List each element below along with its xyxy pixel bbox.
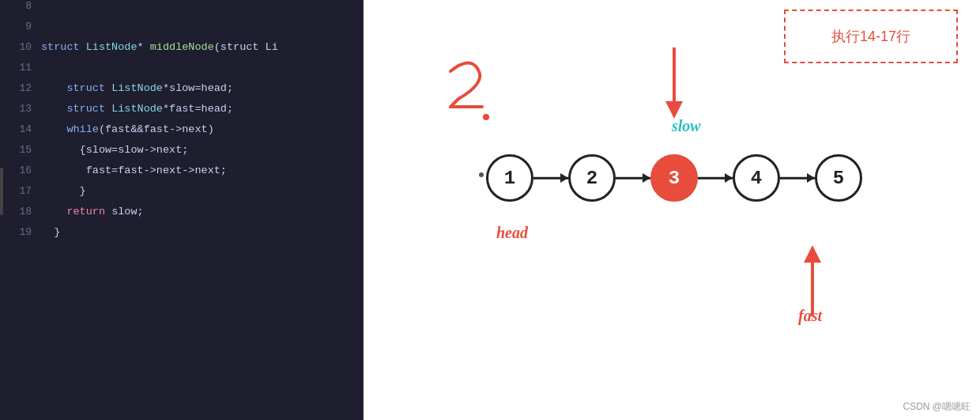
- node-5: 5: [815, 154, 862, 202]
- diagram-panel: 执行14-17行 slow 1 2 3 4 5: [364, 0, 980, 420]
- line-number: 18: [6, 206, 32, 218]
- code-content: struct ListNode* middleNode(struct Li: [41, 41, 278, 53]
- handwritten-2-svg: [435, 47, 498, 127]
- head-label: head: [496, 224, 528, 242]
- code-content: fast=fast->next->next;: [41, 165, 227, 176]
- node-4: 4: [733, 154, 780, 202]
- line-number: 11: [6, 62, 32, 74]
- line-number: 8: [6, 0, 32, 12]
- code-content: }: [41, 185, 86, 197]
- code-line-12: 12 struct ListNode*slow=head;: [0, 82, 363, 103]
- slow-arrow: [654, 47, 694, 123]
- line-number: 9: [6, 21, 32, 32]
- slow-label: slow: [672, 117, 701, 135]
- code-line-17: 17 }: [0, 185, 363, 206]
- svg-marker-3: [804, 245, 821, 263]
- handwritten-2-label: [435, 47, 498, 131]
- code-panel: 8 9 10 struct ListNode* middleNode(struc…: [0, 0, 364, 420]
- code-line-9: 9: [0, 21, 363, 41]
- node-1: 1: [486, 154, 533, 202]
- code-line-15: 15 {slow=slow->next;: [0, 144, 363, 165]
- line-number: 15: [6, 144, 32, 156]
- code-line-14: 14 while(fast&&fast->next): [0, 123, 363, 144]
- line-number: 13: [6, 103, 32, 115]
- code-content: return slow;: [41, 206, 144, 218]
- svg-marker-2: [665, 101, 683, 119]
- code-content: }: [41, 226, 60, 238]
- node-2: 2: [568, 154, 616, 202]
- dot-marker: [479, 172, 484, 177]
- fast-label: fast: [798, 307, 822, 325]
- arrow-1-2: [533, 170, 568, 186]
- arrow-4-5: [780, 170, 815, 186]
- node-3: 3: [650, 154, 698, 202]
- code-line-16: 16 fast=fast->next->next;: [0, 165, 363, 185]
- code-line-8: 8: [0, 0, 363, 21]
- code-content: while(fast&&fast->next): [41, 123, 214, 135]
- line-number: 17: [6, 185, 32, 197]
- arrow-3-4: [698, 170, 733, 186]
- code-content: struct ListNode*slow=head;: [41, 82, 233, 94]
- line-number: 12: [6, 82, 32, 94]
- slow-down-svg: [654, 47, 694, 119]
- arrow-2-3: [616, 170, 650, 186]
- line-number: 14: [6, 123, 32, 135]
- code-line-11: 11: [0, 62, 363, 82]
- code-content: struct ListNode*fast=head;: [41, 103, 233, 115]
- line-number: 10: [6, 41, 32, 53]
- code-line-10: 10 struct ListNode* middleNode(struct Li: [0, 41, 363, 62]
- fast-up-svg: [793, 245, 832, 316]
- code-line-18: 18 return slow;: [0, 206, 363, 226]
- linked-list: 1 2 3 4 5: [486, 154, 862, 202]
- watermark: CSDN @嗯嗯旺: [903, 400, 971, 414]
- line-number: 19: [6, 226, 32, 238]
- annotation-box: 执行14-17行: [784, 9, 958, 63]
- scrollbar[interactable]: [0, 168, 3, 215]
- line-number: 16: [6, 165, 32, 176]
- code-line-13: 13 struct ListNode*fast=head;: [0, 103, 363, 123]
- code-line-19: 19 }: [0, 226, 363, 247]
- code-content: {slow=slow->next;: [41, 144, 188, 156]
- svg-point-0: [483, 114, 489, 120]
- annotation-text: 执行14-17行: [831, 27, 910, 46]
